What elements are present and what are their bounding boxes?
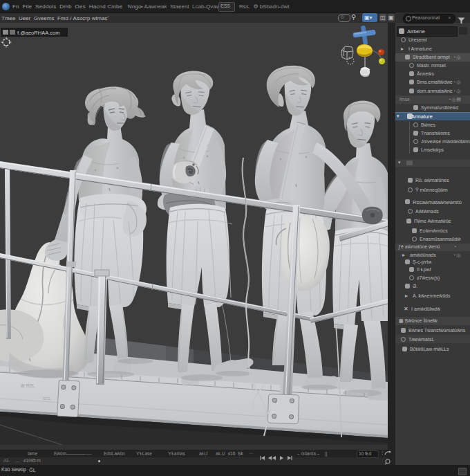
svg-text:SCL: SCL [43,396,51,401]
svg-text:⊞ R2L: ⊞ R2L [21,383,35,388]
svg-text:f.@aeoRHAA.com: f.@aeoRHAA.com [17,30,59,36]
